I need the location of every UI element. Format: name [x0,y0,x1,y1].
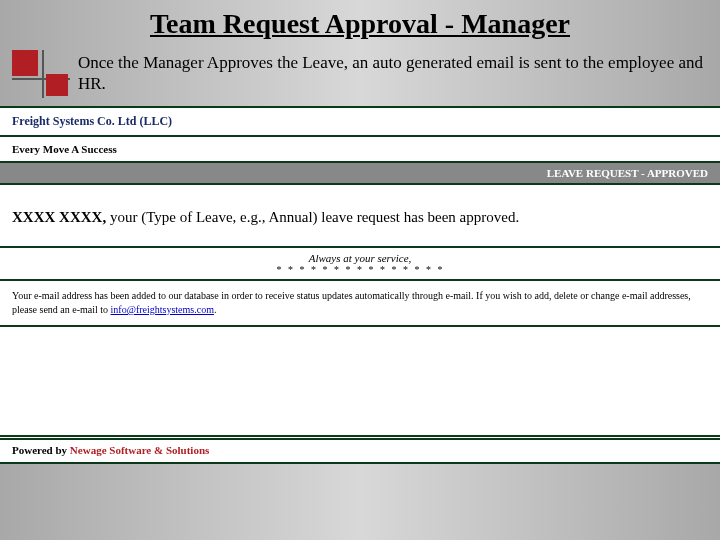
approval-body: your (Type of Leave, e.g., Annual) leave… [106,209,519,225]
approval-message: XXXX XXXX, your (Type of Leave, e.g., An… [0,185,720,248]
page-title: Team Request Approval - Manager [20,8,700,40]
spacer [0,327,720,437]
db-note-post: . [214,304,217,315]
recipient-name: XXXX XXXX, [12,209,106,225]
signoff-text: Always at your service, [0,252,720,264]
company-slogan: Every Move A Success [12,143,117,155]
vendor-name: Newage Software & Solutions [70,444,209,456]
email-preview: Freight Systems Co. Ltd (LLC) Every Move… [0,106,720,464]
contact-email-link[interactable]: info@freightsystems.com [111,304,214,315]
powered-by: Powered by Newage Software & Solutions [0,440,720,464]
status-bar: LEAVE REQUEST - APPROVED [0,163,720,185]
page-subtitle: Once the Manager Approves the Leave, an … [78,50,708,95]
divider-stars: * * * * * * * * * * * * * * * [0,264,720,277]
company-name: Freight Systems Co. Ltd (LLC) [12,114,172,128]
database-note: Your e-mail address has been added to ou… [0,281,720,327]
brand-logo [12,50,70,98]
footer-spacer [0,464,720,492]
powered-label: Powered by [12,444,70,456]
